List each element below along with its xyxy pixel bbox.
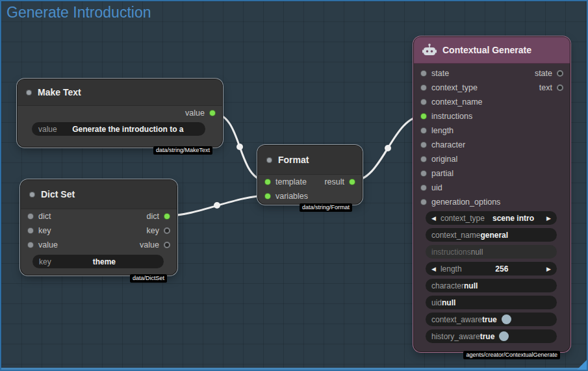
widget-label: context_type (441, 214, 485, 223)
robot-icon (422, 44, 437, 57)
input-port[interactable] (420, 142, 427, 148)
input-label: variables (275, 192, 308, 201)
length-combo-widget[interactable]: ◀ length 256 ▶ (426, 262, 557, 275)
widget-label: instructions (431, 248, 471, 257)
node-title: Make Text (38, 87, 81, 97)
input-label: template (275, 177, 307, 186)
widget-value: Generate the introduction to a (57, 125, 199, 134)
slot-row: value value (21, 238, 177, 252)
node-make-text[interactable]: Make Text value value Generate the intro… (18, 79, 222, 147)
output-port[interactable] (557, 84, 563, 91)
combo-prev-icon[interactable]: ◀ (431, 266, 436, 272)
link-midpoint-dot[interactable] (236, 144, 243, 150)
link-midpoint-dot[interactable] (214, 202, 220, 209)
node-title: Dict Set (41, 189, 75, 199)
input-port[interactable] (420, 199, 427, 205)
input-label: uid (431, 183, 442, 192)
input-port[interactable] (264, 193, 271, 199)
node-graph-canvas[interactable]: Generate Introduction Make Text value va… (0, 0, 588, 371)
context-aware-toggle-widget[interactable]: context_aware true (426, 313, 557, 326)
widget-value: theme (51, 257, 157, 266)
output-label: dict (147, 212, 159, 221)
combo-next-icon[interactable]: ▶ (546, 266, 551, 272)
input-label: original (431, 155, 457, 164)
input-port[interactable] (27, 227, 34, 234)
input-label: key (38, 226, 51, 235)
link-midpoint-dot[interactable] (385, 145, 391, 151)
node-title: Contextual Generate (442, 45, 531, 55)
output-port[interactable] (164, 227, 170, 234)
slot-row: uid (414, 181, 570, 195)
node-type-badge: data/DictSet (130, 274, 167, 283)
output-port[interactable] (164, 213, 170, 220)
key-text-widget[interactable]: key theme (32, 255, 164, 268)
slot-row: template result (258, 175, 362, 189)
input-port[interactable] (27, 213, 34, 220)
widget-label: key (39, 257, 51, 266)
node-header[interactable]: Contextual Generate (414, 37, 570, 64)
node-header[interactable]: Dict Set (21, 180, 177, 209)
slot-row: variables (258, 189, 362, 203)
window-bottom-edge (1, 368, 587, 370)
output-label: key (147, 226, 159, 235)
slot-row: instructions (414, 109, 570, 123)
input-label: partial (431, 169, 454, 178)
input-label: context_name (431, 97, 483, 107)
slot-row: length (414, 123, 570, 138)
input-label: character (431, 140, 465, 149)
widget-value: 256 (462, 264, 542, 274)
node-header[interactable]: Make Text (18, 79, 222, 106)
input-port[interactable] (420, 113, 427, 120)
node-format[interactable]: Format template result variables data/st… (258, 146, 362, 204)
slot-row: generation_options (414, 195, 570, 209)
input-port[interactable] (420, 99, 427, 105)
input-port[interactable] (420, 84, 427, 91)
toggle-knob[interactable] (502, 314, 511, 324)
slot-row: partial (414, 166, 570, 181)
output-port[interactable] (349, 179, 355, 185)
collapse-dot-icon[interactable] (29, 192, 35, 198)
character-text-widget[interactable]: character null (426, 279, 557, 292)
value-text-widget[interactable]: value Generate the introduction to a (32, 122, 205, 136)
input-label: context_type (431, 83, 478, 92)
widget-value: null (442, 298, 455, 307)
input-port[interactable] (420, 185, 427, 191)
uid-text-widget[interactable]: uid null (426, 296, 557, 309)
combo-prev-icon[interactable]: ◀ (431, 215, 436, 222)
slot-row: state state (414, 66, 570, 81)
widget-label: character (431, 281, 464, 290)
collapse-dot-icon[interactable] (266, 157, 272, 163)
widget-value: general (480, 231, 508, 240)
history-aware-toggle-widget[interactable]: history_aware true (426, 329, 557, 343)
output-port[interactable] (209, 110, 216, 116)
input-port[interactable] (420, 170, 427, 177)
input-port[interactable] (420, 156, 427, 162)
combo-next-icon[interactable]: ▶ (546, 215, 551, 222)
node-header[interactable]: Format (258, 146, 362, 175)
output-label: text (539, 83, 552, 92)
widget-value: true (482, 315, 497, 324)
input-port[interactable] (264, 179, 271, 185)
widget-label: value (38, 125, 57, 134)
input-label: instructions (431, 112, 472, 121)
input-port[interactable] (420, 70, 427, 77)
context-type-combo-widget[interactable]: ◀ context_type scene intro ▶ (426, 211, 557, 225)
widget-label: context_aware (431, 315, 482, 324)
slot-row: context_type text (414, 81, 570, 95)
node-type-badge: data/string/Format (300, 203, 352, 212)
output-port[interactable] (164, 242, 170, 248)
input-label: value (38, 240, 58, 249)
output-row: value (18, 106, 222, 120)
resize-handle-icon[interactable] (577, 360, 587, 370)
node-dict-set[interactable]: Dict Set dict dict key key value va (21, 180, 177, 275)
widget-label: uid (431, 298, 442, 307)
widget-value: null (464, 281, 478, 290)
output-label: state (535, 69, 552, 78)
output-port[interactable] (557, 70, 563, 77)
context-name-text-widget[interactable]: context_name general (426, 228, 557, 242)
input-port[interactable] (27, 242, 34, 248)
input-port[interactable] (420, 127, 427, 134)
toggle-knob[interactable] (499, 331, 509, 341)
collapse-dot-icon[interactable] (26, 90, 32, 96)
node-contextual-generate[interactable]: Contextual Generate state state context_… (414, 37, 570, 352)
